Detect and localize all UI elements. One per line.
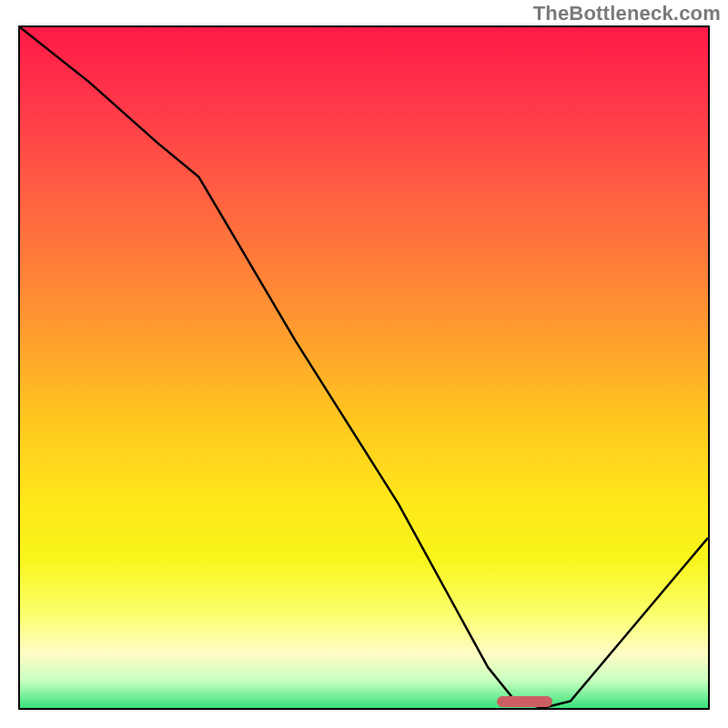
bottleneck-curve — [20, 27, 708, 708]
curve-layer — [20, 27, 708, 708]
watermark-text: TheBottleneck.com — [533, 2, 721, 25]
chart-frame: TheBottleneck.com — [0, 0, 728, 728]
optimum-marker — [497, 696, 552, 707]
plot-area — [18, 25, 710, 710]
